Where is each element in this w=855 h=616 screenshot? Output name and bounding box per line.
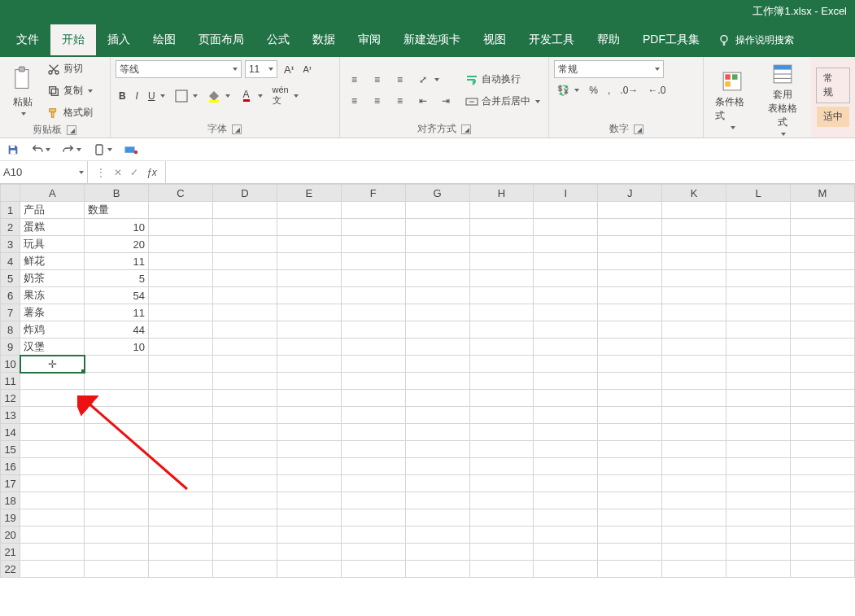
col-header-A[interactable]: A — [20, 185, 85, 202]
cell-L14[interactable] — [726, 424, 791, 441]
cell-D8[interactable] — [212, 321, 277, 339]
cell-M11[interactable] — [790, 373, 854, 390]
increase-font-button[interactable]: Aᶧ — [281, 62, 297, 77]
cell-K7[interactable] — [662, 304, 726, 321]
cell-G1[interactable] — [405, 202, 469, 219]
cell-G8[interactable] — [405, 321, 469, 339]
row-header-3[interactable]: 3 — [1, 236, 20, 253]
redo-button[interactable] — [62, 143, 81, 156]
row-header-8[interactable]: 8 — [1, 321, 20, 339]
decrease-indent-button[interactable]: ⇤ — [413, 93, 433, 109]
cell-M4[interactable] — [790, 253, 854, 270]
cell-I5[interactable] — [534, 270, 598, 287]
cell-E5[interactable] — [277, 270, 341, 287]
cell-G3[interactable] — [405, 236, 469, 253]
cell-K19[interactable] — [662, 509, 726, 526]
cell-E3[interactable] — [277, 236, 341, 253]
cell-E15[interactable] — [277, 441, 341, 458]
cell-L20[interactable] — [726, 526, 791, 544]
cell-E22[interactable] — [277, 561, 341, 578]
fill-color-button[interactable] — [204, 88, 233, 104]
cell-I21[interactable] — [534, 544, 598, 561]
cell-D21[interactable] — [212, 544, 277, 561]
cell-K6[interactable] — [662, 287, 726, 304]
cell-I8[interactable] — [534, 321, 598, 339]
cell-J11[interactable] — [598, 373, 662, 390]
cell-D13[interactable] — [212, 407, 277, 424]
cell-L16[interactable] — [726, 458, 791, 475]
row-header-10[interactable]: 10 — [1, 356, 20, 373]
name-box[interactable]: A10 — [0, 161, 88, 183]
cell-A6[interactable]: 果冻 — [20, 287, 85, 304]
row-header-17[interactable]: 17 — [1, 475, 20, 492]
row-header-11[interactable]: 11 — [1, 373, 20, 390]
cell-F7[interactable] — [341, 304, 405, 321]
bold-button[interactable]: B — [116, 89, 129, 103]
cell-J4[interactable] — [598, 253, 662, 270]
row-header-15[interactable]: 15 — [1, 441, 20, 458]
col-header-K[interactable]: K — [662, 185, 726, 202]
cell-L10[interactable] — [726, 356, 791, 373]
cell-B10[interactable] — [85, 356, 149, 373]
row-header-22[interactable]: 22 — [1, 561, 20, 578]
cell-J1[interactable] — [598, 202, 662, 219]
cell-C8[interactable] — [149, 321, 213, 339]
cell-J13[interactable] — [598, 407, 662, 424]
cell-E9[interactable] — [277, 339, 341, 356]
cell-J3[interactable] — [598, 236, 662, 253]
cell-E11[interactable] — [277, 373, 341, 390]
cell-M1[interactable] — [790, 202, 854, 219]
col-header-D[interactable]: D — [212, 185, 277, 202]
cell-B17[interactable] — [85, 475, 149, 492]
cell-F21[interactable] — [341, 544, 405, 561]
cell-A21[interactable] — [20, 544, 85, 561]
tab-new[interactable]: 新建选项卡 — [392, 24, 472, 55]
cell-F14[interactable] — [341, 424, 405, 441]
cell-J15[interactable] — [598, 441, 662, 458]
save-button[interactable] — [7, 143, 20, 156]
accept-formula-button[interactable]: ✓ — [130, 167, 138, 178]
row-header-12[interactable]: 12 — [1, 390, 20, 407]
cell-I16[interactable] — [534, 458, 598, 475]
cell-L19[interactable] — [726, 509, 791, 526]
cell-J6[interactable] — [598, 287, 662, 304]
cell-I10[interactable] — [534, 356, 598, 373]
cell-F8[interactable] — [341, 321, 405, 339]
align-right-button[interactable]: ≡ — [390, 93, 410, 109]
spreadsheet-grid[interactable]: A B C D E F G H I J K L M 1产品数量2蛋糕103玩具2… — [0, 184, 855, 578]
cell-D4[interactable] — [212, 253, 277, 270]
cell-M19[interactable] — [790, 509, 854, 526]
phonetic-button[interactable]: wén文 — [269, 83, 302, 108]
cell-C9[interactable] — [149, 339, 213, 356]
col-header-C[interactable]: C — [149, 185, 213, 202]
cell-G2[interactable] — [405, 219, 469, 236]
copy-button[interactable]: 复制 — [44, 82, 96, 99]
cell-E8[interactable] — [277, 321, 341, 339]
cell-B19[interactable] — [85, 509, 149, 526]
cell-L17[interactable] — [726, 475, 791, 492]
cell-H19[interactable] — [469, 509, 534, 526]
row-header-9[interactable]: 9 — [1, 339, 20, 356]
cell-M17[interactable] — [790, 475, 854, 492]
cell-K18[interactable] — [662, 492, 726, 509]
format-as-table-button[interactable]: 套用 表格格式 — [759, 60, 806, 139]
cell-M14[interactable] — [790, 424, 854, 441]
tab-data[interactable]: 数据 — [301, 24, 347, 55]
cell-H21[interactable] — [469, 544, 534, 561]
cell-K1[interactable] — [662, 202, 726, 219]
row-header-7[interactable]: 7 — [1, 304, 20, 321]
conditional-format-button[interactable]: 条件格式 — [709, 68, 756, 133]
cell-H8[interactable] — [469, 321, 534, 339]
cell-H1[interactable] — [469, 202, 534, 219]
cell-J7[interactable] — [598, 304, 662, 321]
cell-A8[interactable]: 炸鸡 — [20, 321, 85, 339]
cell-E17[interactable] — [277, 475, 341, 492]
cell-D9[interactable] — [212, 339, 277, 356]
cell-C20[interactable] — [149, 526, 213, 544]
cell-K5[interactable] — [662, 270, 726, 287]
cell-K22[interactable] — [662, 561, 726, 578]
cell-E14[interactable] — [277, 424, 341, 441]
cell-G12[interactable] — [405, 390, 469, 407]
cell-G14[interactable] — [405, 424, 469, 441]
cell-J22[interactable] — [598, 561, 662, 578]
